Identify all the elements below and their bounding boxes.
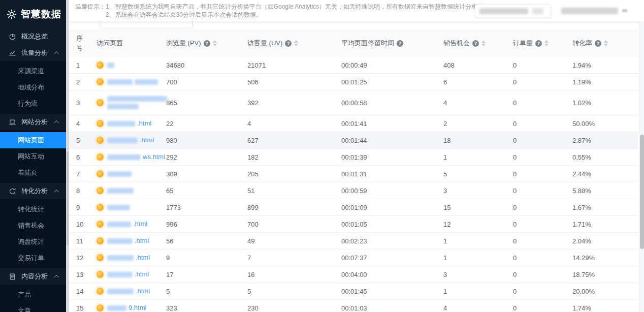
cell-orders: 0	[513, 78, 572, 86]
page-link-suffix[interactable]: .html	[140, 136, 154, 144]
favicon-icon	[96, 187, 104, 194]
cell-pv: 17	[166, 271, 247, 278]
sidebar-item-行为流[interactable]: 行为流	[0, 96, 66, 112]
sort-asc-icon	[481, 40, 486, 43]
cell-page-link[interactable]: .html	[96, 136, 166, 144]
cell-orders: 0	[513, 99, 572, 107]
cell-page-link[interactable]: .html	[96, 287, 166, 295]
main-scrollbar-thumb[interactable]	[640, 135, 644, 249]
sidebar-group-流量分析[interactable]: 流量分析	[0, 45, 66, 61]
page-link-suffix[interactable]: .html	[137, 119, 151, 128]
sidebar-item-文章[interactable]: 文章	[0, 303, 66, 312]
cell-page-link[interactable]	[96, 96, 166, 109]
table-row: 1346802107100:00:4940801.94%	[69, 57, 638, 74]
sort-control[interactable]	[213, 40, 217, 46]
sidebar-group-网站分析[interactable]: 网站分析	[0, 114, 66, 130]
cell-uv: 392	[247, 99, 341, 107]
cell-page-link[interactable]: .html	[96, 237, 166, 245]
page-link-suffix[interactable]: 9.html	[128, 304, 146, 312]
main-scrollbar[interactable]	[639, 21, 644, 312]
notice-banner: 温馨提示： 1、智慧数据系统为我司自研产品，和其它统计分析类平台（如Google…	[75, 3, 496, 19]
sort-control[interactable]	[544, 40, 549, 46]
cell-no: 13	[76, 271, 96, 278]
cell-uv: 506	[247, 78, 341, 86]
sidebar-item-询盘统计[interactable]: 询盘统计	[0, 234, 66, 250]
sidebar-item-交易订单[interactable]: 交易订单	[0, 250, 66, 266]
laptop-icon	[9, 118, 17, 126]
brand-logo[interactable]: 智慧数据	[0, 0, 66, 28]
filter-input-partial[interactable]	[101, 21, 193, 28]
cell-pv: 22	[166, 120, 247, 128]
sidebar-item-着陆页[interactable]: 着陆页	[0, 165, 66, 181]
cell-avg_time: 00:01:41	[341, 120, 443, 128]
cell-cvr: 14.29%	[572, 254, 638, 262]
account-selector[interactable]	[475, 4, 551, 18]
redacted-url-text	[107, 171, 132, 177]
cell-orders: 0	[513, 288, 572, 295]
page-link-suffix[interactable]: .html	[135, 270, 149, 278]
help-icon[interactable]: ?	[535, 40, 542, 47]
sidebar-group-转化分析[interactable]: 转化分析	[0, 183, 66, 199]
cell-page-link[interactable]: 9.html	[96, 304, 166, 312]
help-icon[interactable]: ?	[472, 40, 479, 47]
cell-uv: 21071	[247, 61, 341, 69]
cell-no: 5	[76, 137, 96, 144]
cell-page-link[interactable]: .html	[96, 254, 166, 262]
sidebar-item-产品[interactable]: 产品	[0, 287, 66, 303]
column-header-访客量 (UV): 访客量 (UV)?	[247, 39, 341, 48]
page-link-suffix[interactable]: .html	[133, 220, 147, 228]
cell-sales: 6	[443, 78, 513, 86]
page-link-suffix[interactable]: .html	[136, 287, 150, 295]
user-menu[interactable]	[561, 7, 632, 15]
sidebar-item-网站互动[interactable]: 网站互动	[0, 148, 66, 165]
sort-control[interactable]	[294, 40, 298, 46]
cell-page-link[interactable]: .html	[96, 220, 166, 228]
help-icon[interactable]: ?	[595, 40, 601, 47]
help-icon[interactable]: ?	[285, 40, 292, 47]
cell-page-link[interactable]	[96, 61, 166, 69]
cell-page-link[interactable]: .html	[96, 119, 166, 128]
sidebar-item-网站页面[interactable]: 网站页面	[0, 132, 66, 148]
main-content: 序号访问页面浏览量 (PV)?访客量 (UV)?平均页面停留时间?销售机会?订单…	[69, 21, 644, 312]
help-icon[interactable]: ?	[204, 40, 210, 47]
help-icon[interactable]: ?	[397, 40, 403, 47]
column-header-销售机会: 销售机会?	[443, 39, 513, 48]
cell-pv: 292	[166, 153, 247, 161]
cell-cvr: 1.02%	[572, 99, 638, 107]
sort-control[interactable]	[481, 40, 486, 46]
notice-line-2: 2、系统会在访客会话结束30分钟后显示本次会话的数据。	[106, 11, 496, 19]
redacted-url-text	[107, 104, 139, 109]
cell-uv: 4	[247, 120, 341, 128]
cell-pv: 1773	[166, 204, 247, 211]
cell-page-link[interactable]	[96, 78, 166, 85]
cell-avg_time: 00:01:39	[341, 153, 443, 161]
sidebar-scrollbar[interactable]	[66, 0, 69, 312]
favicon-icon	[96, 237, 104, 244]
column-label: 序号	[76, 34, 84, 52]
cell-orders: 0	[513, 204, 572, 211]
sort-asc-icon	[604, 40, 608, 43]
cell-page-link[interactable]	[96, 170, 166, 177]
cell-cvr: 5.88%	[572, 187, 638, 195]
sidebar-item-转化统计[interactable]: 转化统计	[0, 201, 66, 217]
page-link-suffix[interactable]: .html	[135, 237, 149, 245]
sidebar-item-地域分布[interactable]: 地域分布	[0, 79, 66, 96]
submenu-内容分析: 产品文章	[0, 285, 66, 312]
cell-page-link[interactable]: .html	[96, 270, 166, 278]
cell-page-link[interactable]	[96, 204, 166, 211]
favicon-icon	[96, 221, 104, 228]
sidebar-scrollbar-thumb[interactable]	[67, 151, 69, 245]
sidebar-item-概况总览[interactable]: 概况总览	[0, 28, 66, 45]
chevron-up-icon	[54, 274, 59, 279]
cell-pv: 980	[166, 137, 247, 144]
sidebar-item-来源渠道[interactable]: 来源渠道	[0, 63, 66, 79]
cell-page-link[interactable]	[96, 187, 166, 194]
page-link-suffix[interactable]: .html	[136, 254, 150, 262]
sidebar-item-销售机会[interactable]: 销售机会	[0, 217, 66, 234]
page-link-suffix[interactable]: ws.html	[143, 153, 165, 161]
cell-cvr: 18.75%	[572, 271, 638, 278]
sort-control[interactable]	[604, 40, 608, 46]
sidebar-group-内容分析[interactable]: 内容分析	[0, 268, 66, 285]
cell-pv: 56	[166, 237, 247, 245]
cell-page-link[interactable]: ws.html	[96, 153, 166, 161]
